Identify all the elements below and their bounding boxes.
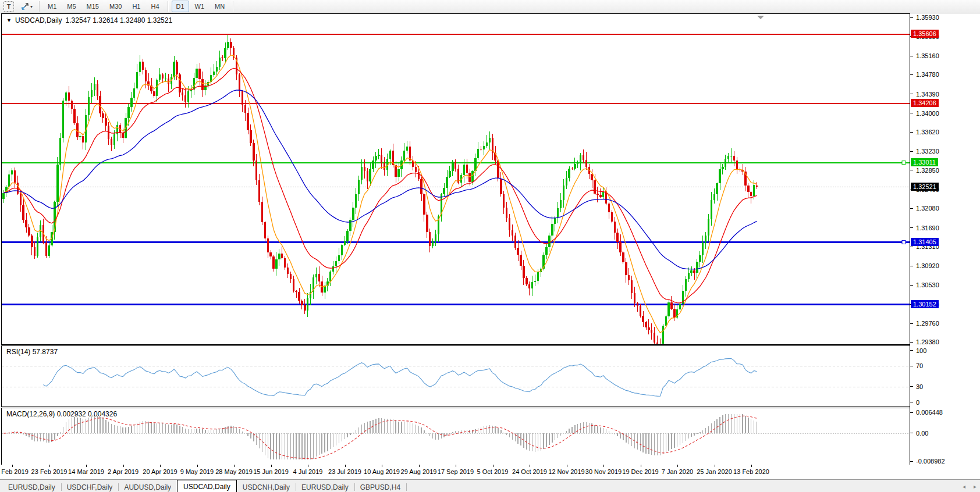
collapse-triangle-icon[interactable]: ▼ (6, 17, 12, 23)
price-axis-tick-label: 1.29760 (916, 320, 939, 327)
trading-app-window: { "toolbar": { "text_tool_label": "T", "… (0, 0, 980, 492)
cursor-tool-button[interactable]: ▾ (18, 1, 35, 12)
toolbar-separator (39, 1, 40, 12)
price-level-badge: 1.34206 (911, 99, 939, 107)
rsi-axis-tick (910, 366, 913, 366)
date-axis-tick (641, 465, 641, 467)
date-axis-tick (308, 465, 308, 467)
price-axis-tick-label: 1.31690 (916, 224, 939, 231)
price-chart-panel[interactable]: ▼ USDCAD,Daily 1.32547 1.32614 1.32480 1… (1, 13, 910, 345)
timeframe-button-d1[interactable]: D1 (172, 1, 189, 12)
price-axis-tick (910, 247, 913, 247)
date-axis-tick (493, 465, 493, 467)
price-axis-tick-label: 1.35160 (916, 52, 939, 59)
price-axis-tick-label: 1.33620 (916, 129, 939, 136)
price-axis-tick-label: 1.35930 (916, 14, 939, 21)
cursor-tool-dropdown-arrow[interactable]: ▾ (30, 4, 33, 9)
chart-tab-eurusd-daily[interactable]: EURUSD,Daily (2, 482, 61, 492)
timeframe-button-w1[interactable]: W1 (190, 1, 210, 12)
macd-indicator-panel[interactable]: MACD(12,26,9) 0.002932 0.004326 (1, 408, 910, 465)
date-axis-tick (715, 465, 715, 467)
price-axis-tick (910, 266, 913, 266)
price-axis-tick (910, 74, 913, 75)
date-axis-tick (12, 465, 13, 467)
timeframe-button-m30[interactable]: M30 (105, 1, 126, 12)
chart-title: ▼ USDCAD,Daily 1.32547 1.32614 1.32480 1… (6, 16, 172, 24)
rsi-axis-tick-label: 70 (916, 362, 923, 369)
macd-axis-tick (910, 461, 913, 462)
date-axis-tick (603, 465, 604, 467)
price-axis-tick-label: 1.30920 (916, 262, 939, 269)
date-axis-tick (234, 465, 235, 467)
date-axis-tick (86, 465, 87, 467)
price-axis-tick-label: 1.29380 (916, 338, 939, 345)
toolbar-separator (168, 1, 168, 12)
date-axis-tick (49, 465, 50, 467)
price-axis-tick-label: 1.34780 (916, 71, 939, 78)
text-tool-button[interactable]: T (3, 1, 14, 12)
date-axis-tick (345, 465, 346, 467)
toolbar-separator (233, 1, 233, 12)
price-axis[interactable]: 1.359301.355501.351601.347801.343901.340… (910, 13, 980, 345)
price-axis-tick-label: 1.33230 (916, 148, 939, 155)
chart-tab-gbpusd-h4[interactable]: GBPUSD,H4 (354, 482, 406, 492)
macd-axis-tick (910, 412, 913, 413)
rsi-axis-tick (910, 402, 913, 402)
macd-axis[interactable]: 0.0064480.00-0.008982 (910, 408, 980, 465)
chart-tabbar: EURUSD,DailyUSDCHF,DailyAUDUSD,DailyUSDC… (0, 479, 980, 492)
rsi-axis[interactable]: 10070300 (910, 345, 980, 407)
price-level-badge: 1.31405 (911, 238, 939, 246)
price-axis-tick (910, 285, 913, 286)
timeframe-button-h1[interactable]: H1 (127, 1, 145, 12)
timeframe-button-h4[interactable]: H4 (146, 1, 164, 12)
rsi-axis-tick (910, 386, 913, 387)
chart-tab-usdcad-daily[interactable]: USDCAD,Daily (177, 480, 237, 492)
price-axis-tick-label: 1.32080 (916, 205, 939, 212)
price-level-badge: 1.30152 (911, 300, 939, 308)
date-axis-label: 13 Feb 2020 (728, 468, 775, 475)
price-axis-tick (910, 132, 913, 133)
rsi-axis-tick-label: 30 (916, 383, 923, 390)
date-axis-tick (419, 465, 420, 467)
date-axis-tick (530, 465, 530, 467)
chart-tab-eurusd-daily[interactable]: EURUSD,Daily (296, 482, 354, 492)
chart-tab-usdchf-daily[interactable]: USDCHF,Daily (61, 482, 119, 492)
price-axis-tick-label: 1.34390 (916, 91, 939, 98)
chart-tab-audusd-daily[interactable]: AUDUSD,Daily (118, 482, 177, 492)
date-axis-tick (567, 465, 567, 467)
price-level-badge: 1.32521 (911, 183, 939, 191)
price-axis-tick (910, 94, 913, 94)
macd-axis-tick-label: 0.00 (916, 430, 928, 437)
price-level-badge: 1.33011 (911, 158, 938, 166)
timeframe-group: M1M5M15M30H1H4D1W1MN (42, 1, 236, 12)
price-axis-tick (910, 113, 913, 113)
rsi-axis-tick-label: 0 (916, 399, 919, 406)
candlestick-plot[interactable] (2, 14, 910, 344)
macd-axis-tick-label: 0.006448 (916, 409, 943, 416)
price-axis-tick (910, 170, 913, 170)
timeframe-button-m15[interactable]: M15 (82, 1, 104, 12)
date-axis[interactable]: 5 Feb 201923 Feb 201914 Mar 20192 Apr 20… (0, 465, 980, 479)
price-axis-tick-label: 1.32850 (916, 167, 939, 174)
price-axis-tick-label: 1.34000 (916, 110, 939, 117)
price-level-badge: 1.35606 (911, 30, 939, 38)
date-axis-tick (456, 465, 456, 467)
chart-ohlc-values: 1.32547 1.32614 1.32480 1.32521 (66, 16, 173, 24)
price-axis-tick (910, 323, 913, 324)
date-axis-tick (123, 465, 124, 467)
tabs-scroll-right-icon[interactable]: ▸ (974, 483, 977, 490)
price-axis-tick (910, 227, 913, 228)
price-axis-tick (910, 342, 913, 343)
macd-plot (2, 408, 910, 465)
price-axis-tick-label: 1.30530 (916, 281, 939, 288)
timeframe-button-mn[interactable]: MN (210, 1, 229, 12)
price-axis-tick (910, 151, 913, 152)
price-axis-tick (910, 56, 913, 56)
timeframe-button-m5[interactable]: M5 (62, 1, 80, 12)
timeframe-button-m1[interactable]: M1 (43, 1, 61, 12)
price-axis-tick (910, 17, 913, 18)
date-axis-tick (160, 465, 161, 467)
chart-tab-usdcnh-daily[interactable]: USDCNH,Daily (237, 482, 296, 492)
rsi-indicator-panel[interactable]: RSI(14) 57.8737 (1, 345, 910, 407)
tabs-scroll-left-icon[interactable]: ◂ (963, 483, 965, 490)
